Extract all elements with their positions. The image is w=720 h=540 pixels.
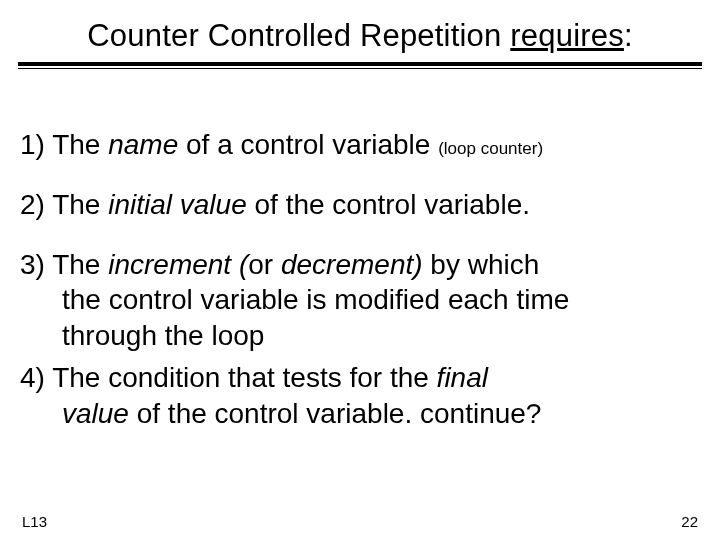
- title-underlined: requires: [510, 18, 624, 53]
- divider-thick: [18, 62, 702, 66]
- p3-italic2: decrement): [281, 249, 423, 280]
- p1-italic: name: [108, 129, 178, 160]
- title-pre: Counter Controlled Repetition: [87, 18, 510, 53]
- p3-line2: the control variable is modified each ti…: [20, 282, 700, 318]
- p4-italic1: final: [437, 362, 488, 393]
- p4-line2-wrap: value of the control variable. continue?: [20, 396, 700, 432]
- p2-lead: 2) The: [20, 189, 108, 220]
- slide: Counter Controlled Repetition requires: …: [0, 0, 720, 540]
- point-2: 2) The initial value of the control vari…: [20, 187, 700, 223]
- p2-rest: of the control variable.: [247, 189, 530, 220]
- p2-italic: initial value: [108, 189, 247, 220]
- p4-italic2: value: [62, 398, 129, 429]
- title-colon: :: [624, 18, 633, 53]
- footer-left: L13: [22, 513, 47, 530]
- p3-line3: through the loop: [20, 318, 700, 354]
- point-3: 3) The increment (or decrement) by which…: [20, 247, 700, 354]
- point-4: 4) The condition that tests for the fina…: [20, 360, 700, 432]
- p1-rest: of a control variable: [178, 129, 438, 160]
- point-1: 1) The name of a control variable (loop …: [20, 127, 700, 163]
- divider-thin: [18, 68, 702, 69]
- p3-lead: 3) The: [20, 249, 108, 280]
- title-row: Counter Controlled Repetition requires:: [18, 18, 702, 54]
- footer: L13 22: [0, 513, 720, 530]
- title-divider: [18, 62, 702, 69]
- body: 1) The name of a control variable (loop …: [18, 127, 702, 432]
- p4-rest: of the control variable. continue?: [129, 398, 541, 429]
- footer-right: 22: [681, 513, 698, 530]
- p3-italic1: increment (: [108, 249, 248, 280]
- slide-title: Counter Controlled Repetition requires:: [87, 18, 632, 53]
- p3-mid: or: [248, 249, 281, 280]
- p3-rest1: by which: [423, 249, 540, 280]
- p4-lead: 4) The condition that tests for the: [20, 362, 437, 393]
- p1-lead: 1) The: [20, 129, 108, 160]
- p1-sub: (loop counter): [438, 139, 543, 158]
